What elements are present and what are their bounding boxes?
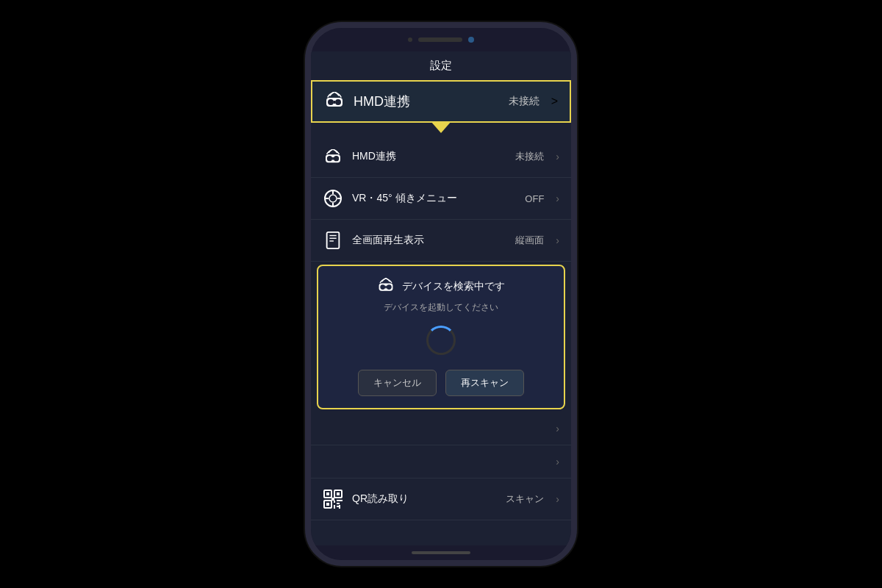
settings-item-spacer2: › (311, 445, 571, 478)
scan-buttons: キャンセル 再スキャン (358, 370, 524, 396)
phone-notch (311, 28, 571, 51)
settings-vr-value: OFF (525, 193, 544, 204)
hmd-highlight-label: HMD連携 (354, 93, 500, 110)
settings-item-qr[interactable]: QR読み取り スキャン › (311, 478, 571, 520)
svg-rect-21 (385, 286, 387, 288)
settings-hmd-value: 未接続 (515, 150, 544, 163)
settings-vr-label: VR・45° 傾きメニュー (352, 192, 516, 205)
svg-point-1 (328, 99, 334, 105)
hmd-highlight-icon (324, 92, 345, 111)
svg-point-6 (334, 156, 339, 161)
settings-item-fullscreen[interactable]: 全画面再生表示 縦画面 › (311, 220, 571, 262)
settings-fullscreen-icon (323, 230, 343, 251)
cancel-button[interactable]: キャンセル (358, 370, 437, 396)
settings-fullscreen-chevron: › (556, 234, 559, 246)
hmd-highlight-status: 未接続 (509, 95, 539, 108)
svg-rect-27 (326, 503, 329, 506)
scan-popup-title: デバイスを検索中です (402, 280, 505, 293)
settings-qr-label: QR読み取り (352, 492, 497, 506)
page-title: 設定 (311, 51, 571, 80)
svg-point-20 (387, 284, 392, 290)
svg-rect-25 (337, 492, 340, 495)
settings-list: HMD連携 未接続 › VR・45° 傾きメニュー OF (311, 133, 571, 545)
svg-point-2 (335, 99, 341, 105)
scan-spinner (426, 326, 456, 355)
spacer1-chevron: › (556, 423, 559, 434)
scan-popup-subtitle: デバイスを起動してください (384, 301, 498, 314)
settings-item-hmd[interactable]: HMD連携 未接続 › (311, 136, 571, 178)
notch-speaker (418, 37, 462, 42)
rescan-button[interactable]: 再スキャン (445, 370, 524, 396)
notch-dot-1 (408, 37, 412, 42)
svg-rect-14 (327, 232, 340, 248)
settings-item-vr[interactable]: VR・45° 傾きメニュー OFF › (311, 178, 571, 220)
phone-screen: 設定 (311, 51, 571, 545)
scan-hmd-icon (377, 278, 395, 295)
svg-point-9 (329, 195, 337, 202)
spacer2-chevron: › (556, 456, 559, 467)
svg-rect-7 (332, 157, 334, 160)
tooltip-arrow (431, 121, 451, 133)
hmd-highlight-chevron: > (551, 95, 558, 108)
settings-fullscreen-value: 縦画面 (515, 234, 544, 247)
hmd-highlight-row[interactable]: HMD連携 未接続 > (311, 80, 571, 123)
settings-item-spacer1: › (311, 412, 571, 445)
svg-point-19 (380, 284, 385, 290)
settings-hmd-icon (323, 146, 343, 167)
home-bar (412, 551, 470, 554)
settings-vr-icon (323, 188, 343, 209)
scan-popup-header: デバイスを検索中です (377, 278, 505, 295)
settings-qr-icon (323, 489, 343, 509)
settings-hmd-chevron: › (556, 151, 559, 162)
svg-point-5 (327, 156, 332, 161)
settings-qr-value: スキャン (506, 492, 544, 506)
svg-rect-23 (326, 492, 329, 495)
settings-qr-chevron: › (556, 493, 559, 505)
settings-vr-chevron: › (556, 193, 559, 204)
settings-fullscreen-label: 全画面再生表示 (352, 234, 506, 247)
scan-popup: デバイスを検索中です デバイスを起動してください キャンセル 再スキャン (317, 265, 565, 409)
phone-frame: 設定 (305, 22, 577, 566)
phone-bottom (311, 545, 571, 560)
notch-camera (468, 37, 474, 43)
svg-rect-3 (334, 101, 335, 104)
settings-hmd-label: HMD連携 (352, 150, 506, 163)
svg-rect-34 (331, 498, 334, 501)
